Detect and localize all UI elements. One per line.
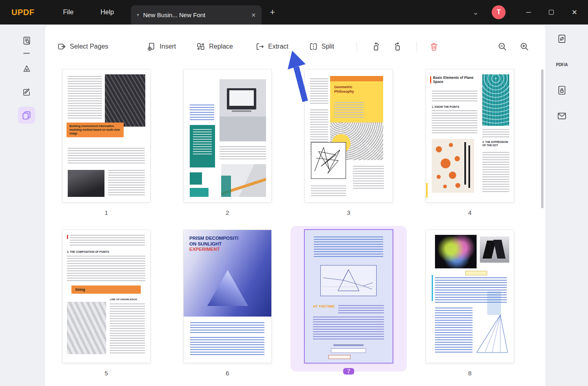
maximize-button[interactable]	[549, 10, 554, 15]
accent-tick	[67, 235, 68, 239]
teal-square	[190, 172, 202, 185]
text-lines	[333, 344, 364, 346]
zoom-out-icon	[497, 42, 507, 51]
page-cell-1: Building environment information modelin…	[46, 69, 167, 215]
text-lines	[108, 170, 145, 197]
teal-square	[190, 188, 209, 197]
page-cell-6: PRISM DECOMPOSITI ON SUNLIGHT EXPERIMENT…	[167, 230, 288, 376]
page-4-heading-1: 1. KNOW THE POINTS	[432, 105, 459, 108]
string-label: String	[71, 286, 141, 294]
select-pages-button[interactable]: Select Pages	[57, 42, 108, 51]
annotate-tool-button[interactable]	[18, 60, 35, 77]
page-1-thumbnail[interactable]: Building environment information modelin…	[62, 69, 150, 202]
search-tool-button[interactable]	[18, 32, 35, 49]
photo-teal-arch	[482, 74, 509, 126]
form-field	[331, 348, 366, 353]
convert-button[interactable]	[556, 33, 568, 45]
text-lines	[68, 148, 145, 165]
text-lines	[482, 152, 509, 193]
text-lines	[311, 185, 346, 196]
page-7-thumbnail[interactable]: AT THETIME	[305, 230, 393, 363]
replace-button[interactable]: Replace	[196, 42, 233, 51]
share-button[interactable]	[556, 110, 568, 122]
avatar[interactable]: T	[492, 5, 506, 19]
tab-title: New Busin... New Font	[143, 11, 247, 18]
tab-caret-icon[interactable]: ▾	[137, 12, 139, 18]
zoom-in-button[interactable]	[519, 42, 529, 51]
page-cell-5: 3. THE COMPOSITION OF POINTS String LINE…	[46, 230, 167, 376]
protect-button[interactable]	[556, 84, 568, 96]
page-number: 4	[468, 209, 471, 216]
rotate-right-icon	[393, 42, 402, 51]
rotate-right-button[interactable]	[393, 42, 402, 51]
organize-pages-tool-button[interactable]	[18, 107, 35, 124]
text-lines	[435, 277, 507, 303]
teal-panel	[190, 125, 215, 167]
toolbar-divider	[357, 42, 357, 51]
page-cell-4: Basic Elements of Plane Space 1. KNOW TH…	[409, 69, 530, 215]
minimize-button[interactable]: ─	[526, 9, 530, 16]
trash-icon	[429, 42, 439, 51]
replace-label: Replace	[209, 43, 233, 50]
page-cell-2: 2	[167, 69, 288, 215]
menu-help[interactable]: Help	[100, 9, 114, 16]
document-tab[interactable]: ▾ New Busin... New Font ✕	[131, 5, 262, 25]
page-8-thumbnail[interactable]	[426, 230, 514, 363]
text-lines	[435, 308, 473, 353]
text-lines	[313, 317, 384, 339]
photo-building-lattice	[105, 74, 145, 127]
select-pages-icon	[57, 42, 66, 51]
edit-tool-button[interactable]	[18, 83, 35, 100]
text-lines	[68, 76, 102, 120]
page-3-thumbnail[interactable]: Geometric Philosophy	[305, 69, 393, 202]
right-sidebar: PDF/A	[553, 33, 571, 122]
insert-page-icon	[147, 42, 156, 51]
page-4-thumbnail[interactable]: Basic Elements of Plane Space 1. KNOW TH…	[426, 69, 514, 202]
search-page-icon	[22, 36, 31, 45]
vertical-scrollbar[interactable]	[541, 69, 544, 208]
text-lines	[70, 235, 145, 247]
rotate-left-icon	[371, 42, 381, 51]
yellow-panel: Geometric Philosophy	[330, 76, 383, 123]
page-grid: Building environment information modelin…	[46, 69, 530, 376]
insert-button[interactable]: Insert	[147, 42, 176, 51]
text-lines	[482, 129, 509, 138]
page-4-heading-2: 2. THE EXPRESSION OF THE DOT	[482, 141, 509, 147]
page-2-thumbnail[interactable]	[184, 69, 271, 202]
edit-pencil-icon	[22, 87, 31, 97]
zoom-out-button[interactable]	[497, 42, 507, 51]
prism-triangle	[207, 270, 248, 306]
photo-black-shapes	[480, 237, 509, 263]
document-sync-icon	[557, 33, 567, 44]
tab-close-icon[interactable]: ✕	[251, 12, 256, 18]
prism-diagram	[320, 265, 377, 296]
text-lines	[338, 305, 384, 313]
pen-nib-icon	[22, 64, 31, 74]
organize-pages-icon	[22, 110, 31, 120]
menu-file[interactable]: File	[63, 9, 73, 16]
window-close-button[interactable]: ✕	[572, 8, 577, 17]
text-lines	[110, 303, 145, 353]
rotate-left-button[interactable]	[371, 42, 381, 51]
text-box-tag	[465, 271, 487, 275]
text-section	[184, 317, 271, 363]
scribble-artwork	[311, 142, 346, 179]
photo-pencil	[221, 164, 266, 197]
split-button[interactable]: Split	[309, 42, 334, 51]
text-lines	[432, 91, 477, 102]
triangle-sketch	[474, 311, 509, 355]
page-number: 5	[104, 370, 108, 377]
text-lines	[310, 78, 328, 105]
text-lines	[314, 237, 383, 257]
insert-label: Insert	[160, 43, 176, 50]
new-tab-button[interactable]: +	[270, 7, 275, 18]
pdfa-button[interactable]: PDF/A	[556, 58, 568, 71]
page-1-title: Building environment information modelin…	[67, 123, 124, 137]
form-field	[328, 355, 351, 359]
chevron-down-icon[interactable]: ⌄	[473, 8, 479, 17]
page-5-heading-1: 3. THE COMPOSITION OF POINTS	[67, 250, 109, 253]
page-6-thumbnail[interactable]: PRISM DECOMPOSITI ON SUNLIGHT EXPERIMENT	[184, 230, 271, 363]
yellow-accent	[426, 183, 428, 198]
page-5-thumbnail[interactable]: 3. THE COMPOSITION OF POINTS String LINE…	[62, 230, 150, 363]
delete-page-button[interactable]	[429, 42, 439, 51]
